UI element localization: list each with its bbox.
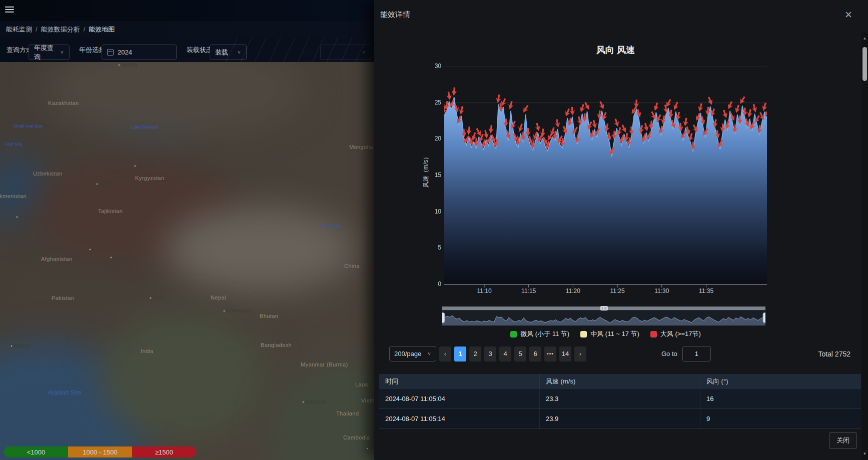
scrollbar-thumb[interactable] [862,47,867,81]
goto-label: Go to [661,350,677,358]
page-button[interactable]: 5 [514,346,526,362]
map-label: Turkmenistan [0,193,27,199]
map-label: Bangladesh [261,342,292,348]
map-label: Kyrgyzstan [135,175,164,181]
table-header-cell: 风向 (°) [700,374,861,389]
drawer-scrollbar[interactable]: ▲ ▼ [861,32,868,460]
city-dot-icon [11,345,13,347]
map-label: Ashgabad [16,214,42,220]
map-label: Thailand [336,410,359,416]
breadcrumb-item[interactable]: 能效地图 [89,26,115,33]
close-button[interactable]: 关闭 [829,432,857,449]
table-cell: 2024-08-07 11:05:04 [379,389,540,408]
map-label: Kathmandu [223,308,252,314]
page-button[interactable]: 6 [529,346,541,362]
legend-label: 中风 (11 ~ 17 节) [590,330,639,338]
map-label: Uzbekistan [33,170,62,176]
map-label: Mongolia [349,144,373,150]
x-axis-tick-label: 11:10 [469,288,499,294]
chart-legend: 微风 (小于 11 节)中风 (11 ~ 17 节)大风 (>=17节) [444,330,767,338]
legend-swatch-icon [510,331,517,338]
map-label: Myanmar (Burma) [301,362,348,368]
map-label: Muscat [11,343,30,348]
map-label: Lake Balkash [131,124,158,130]
y-axis-tick-label: 10 [424,208,441,215]
city-dot-icon [150,297,152,299]
table-row[interactable]: 2024-08-07 11:05:1423.99 [379,409,861,429]
table-row[interactable]: 2024-08-07 11:05:0423.316 [379,389,861,409]
page-button[interactable]: 3 [484,346,496,362]
legend-label: 微风 (小于 11 节) [520,330,569,338]
y-axis-tick-label: 0 [424,280,441,288]
page-size-select[interactable]: 200/page ∨ [389,346,436,362]
chart-y-axis-name: 风速（m/s） [422,141,430,201]
wind-data-table: 时间风速 (m/s)风向 (°)2024-08-07 11:05:0423.31… [379,374,861,429]
map-label: Bhutan [260,313,278,319]
breadcrumb-separator: / [36,26,38,33]
load-status-label: 装载状态 [187,46,213,54]
map-legend-segment: <1000 [4,446,68,458]
legend-swatch-icon [580,331,587,338]
hidden-select-partial[interactable]: ∨ [320,44,371,60]
map-label: Aral Sea [5,142,23,146]
x-axis-tick-label: 11:25 [602,288,632,294]
more-pages-button[interactable]: ••• [544,346,556,362]
chevron-down-icon: ∨ [427,351,431,356]
breadcrumb-item[interactable]: 能耗监测 [6,26,32,33]
city-dot-icon [96,183,98,185]
prev-page-button[interactable]: ‹ [439,346,451,362]
page-button[interactable]: 4 [499,346,511,362]
city-dot-icon [118,64,120,66]
menu-hamburger-icon[interactable] [5,6,14,14]
close-icon[interactable]: ✕ [844,9,852,20]
page-button[interactable]: 1 [454,346,466,362]
table-cell: 23.9 [540,409,700,428]
app-window: 能耗监测/能效数据分析/能效地图 查询方式 年度查询 ∨ 年份选择 2024 装… [0,0,868,460]
scroll-up-icon[interactable]: ▲ [861,36,868,40]
load-status-value: 装载 [215,48,228,57]
y-axis-tick-label: 15 [424,172,441,178]
legend-item[interactable]: 中风 (11 ~ 17 节) [580,330,639,338]
chart-title: 风向 风速 [374,44,857,56]
map-label: Bishkek [134,163,155,168]
city-dot-icon [16,216,18,218]
total-count: Total 2752 [818,350,850,358]
breadcrumb-item[interactable]: 能效数据分析 [41,26,80,33]
calendar-icon [107,49,114,56]
table-cell: 2024-08-07 11:05:14 [379,409,540,428]
legend-label: 大风 (>=17节) [660,330,701,338]
page-button[interactable]: 2 [469,346,481,362]
legend-swatch-icon [650,331,657,338]
y-axis-tick-label: 30 [424,62,441,70]
map-label: Pakistan [52,295,74,301]
map-label: Astana [118,62,137,68]
map-label: Kazakhstan [48,100,79,106]
legend-item[interactable]: 大风 (>=17节) [650,330,701,338]
goto-page-input[interactable] [682,346,711,362]
map-label: Delhi [150,295,165,300]
page-button[interactable]: 14 [559,346,571,362]
x-axis-tick-label: 11:20 [558,288,588,294]
scroll-down-icon[interactable]: ▼ [861,452,868,456]
y-axis-tick-label: 25 [424,99,441,106]
map-label: Islamabad [110,254,137,260]
load-status-select[interactable]: 装载 ∨ [210,44,247,60]
next-page-button[interactable]: › [574,346,586,362]
map-color-legend: <10001000 - 1500≥1500 [4,446,196,458]
map-label: Arabian Sea [48,389,81,396]
datazoom-slider[interactable] [442,306,765,326]
y-axis-tick-label: 5 [424,244,441,251]
table-header-cell: 时间 [379,374,540,389]
chevron-down-icon: ∨ [362,50,366,54]
map-legend-segment: 1000 - 1500 [68,446,132,458]
map-label: Afghanistan [41,256,73,262]
legend-item[interactable]: 微风 (小于 11 节) [510,330,569,338]
map-label: China [344,263,360,269]
chevron-down-icon: ∨ [60,50,64,54]
year-date-input[interactable]: 2024 [102,44,177,60]
map-label: Small Aral Sea [13,124,43,128]
wind-speed-chart[interactable] [444,66,767,288]
query-mode-select[interactable]: 年度查询 ∨ [29,44,70,60]
city-dot-icon [134,165,136,167]
query-mode-value: 年度查询 [34,44,60,62]
